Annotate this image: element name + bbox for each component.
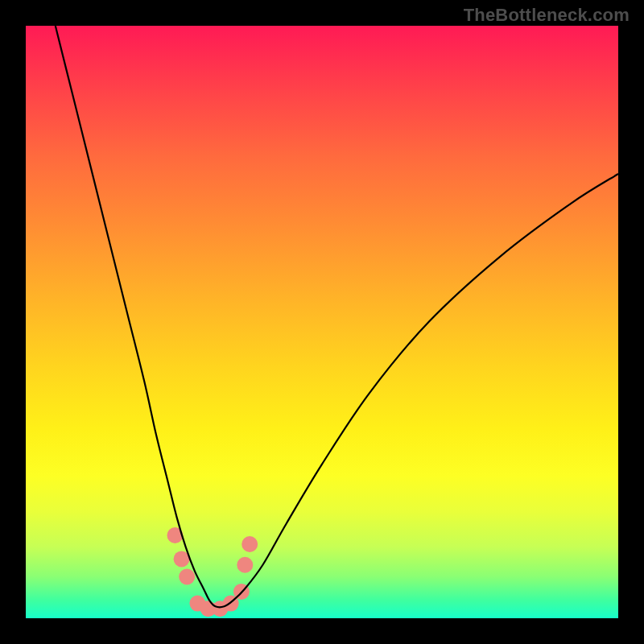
outer-frame: TheBottleneck.com	[0, 0, 644, 644]
watermark-text: TheBottleneck.com	[464, 5, 630, 26]
chart-plot-area	[26, 26, 618, 618]
highlight-dot	[242, 536, 258, 552]
highlight-dot	[179, 568, 195, 584]
bottleneck-curve	[56, 26, 618, 607]
chart-svg	[26, 26, 618, 618]
highlight-dot	[237, 557, 253, 573]
